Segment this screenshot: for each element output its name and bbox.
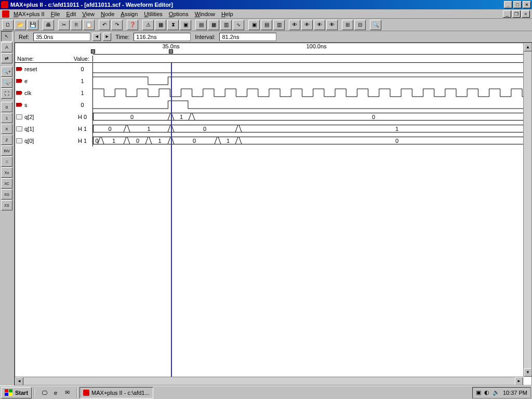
menu-window[interactable]: Window: [192, 10, 218, 18]
timing-button[interactable]: ⧗: [167, 20, 179, 30]
menu-maxplus[interactable]: MAX+plus II: [10, 10, 48, 18]
menu-utilities[interactable]: Utilities: [141, 10, 165, 18]
eye3-button[interactable]: 👁: [314, 20, 325, 30]
signal-row-e[interactable]: e 1: [15, 75, 93, 87]
ref-next-button[interactable]: ►: [103, 33, 111, 41]
waveform-q[0][interactable]: 0101010: [93, 135, 523, 147]
tool-a-button[interactable]: ▣: [248, 20, 260, 30]
waveform-q[2][interactable]: 010: [93, 111, 523, 123]
outlook-icon[interactable]: ✉: [62, 388, 72, 398]
force-1-tool[interactable]: 1: [1, 113, 12, 123]
zoom-out-tool[interactable]: 🔍-: [1, 77, 12, 88]
signal-row-reset[interactable]: reset 0: [15, 63, 93, 75]
force-z-tool[interactable]: Z: [1, 135, 12, 145]
scroll-left-button[interactable]: ◄: [15, 377, 23, 385]
show-desktop-icon[interactable]: 🖵: [39, 388, 49, 398]
menu-node[interactable]: Node: [98, 10, 117, 18]
signal-row-q[1][interactable]: q[1] H 1: [15, 123, 93, 135]
signal-row-clk[interactable]: clk 1: [15, 87, 93, 99]
mdi-minimize-button[interactable]: _: [503, 10, 511, 18]
xg-tool[interactable]: XG: [1, 189, 12, 200]
time-ruler[interactable]: 35.0ns 100.0ns 2: [93, 43, 531, 55]
select-tool[interactable]: ↖: [1, 31, 12, 42]
open-button[interactable]: 📂: [15, 20, 26, 30]
waveform-e[interactable]: [93, 75, 523, 87]
eye2-button[interactable]: 👁: [301, 20, 313, 30]
new-button[interactable]: 🗋: [2, 20, 14, 30]
compile-button[interactable]: ⚠: [142, 20, 154, 30]
zoom-fit-tool[interactable]: ⛶: [1, 88, 12, 99]
start-button[interactable]: Start: [1, 387, 32, 398]
xc-tool[interactable]: XC: [1, 178, 12, 189]
close-button[interactable]: ×: [523, 1, 531, 8]
zoom-in-tool[interactable]: 🔍+: [1, 66, 12, 77]
help-context-button[interactable]: ❓: [127, 20, 138, 30]
vscroll-track[interactable]: [524, 51, 531, 368]
xs-tool[interactable]: XS: [1, 200, 12, 210]
ref-prev-button[interactable]: ◄: [92, 33, 101, 41]
ref-input[interactable]: [33, 33, 90, 41]
cursor-handle[interactable]: [169, 49, 173, 54]
scroll-right-button[interactable]: ►: [515, 377, 523, 385]
print-button[interactable]: 🖶: [43, 20, 54, 30]
mdi-close-button[interactable]: ×: [522, 10, 530, 18]
grid2-button[interactable]: ⊟: [354, 20, 366, 30]
horizontal-scrollbar[interactable]: ◄ ►: [15, 377, 523, 385]
tray-icon-2[interactable]: ◐: [484, 389, 489, 396]
hscroll-track[interactable]: [23, 377, 515, 385]
menu-help[interactable]: Help: [218, 10, 236, 18]
signal-row-s[interactable]: s 0: [15, 99, 93, 111]
tray-volume-icon[interactable]: 🔊: [493, 389, 500, 396]
eye4-button[interactable]: 👁: [326, 20, 338, 30]
compiler-button[interactable]: ▥: [220, 20, 232, 30]
xo-tool[interactable]: Xo: [1, 167, 12, 178]
interval-input[interactable]: [219, 33, 276, 41]
hierarchy-button[interactable]: ▤: [195, 20, 207, 30]
tray-clock[interactable]: 10:37 PM: [503, 390, 527, 396]
vertical-scrollbar[interactable]: ▲ ▼: [523, 43, 531, 377]
save-button[interactable]: 💾: [27, 20, 38, 30]
force-x-tool[interactable]: X: [1, 124, 12, 134]
eye1-button[interactable]: 👁: [289, 20, 300, 30]
cut-button[interactable]: ✂: [58, 20, 70, 30]
scroll-up-button[interactable]: ▲: [524, 43, 532, 51]
menu-file[interactable]: File: [48, 10, 63, 18]
search-button[interactable]: 🔍: [370, 20, 381, 30]
paste-button[interactable]: 📋: [83, 20, 95, 30]
waveform-q[1][interactable]: 0101: [93, 123, 523, 135]
menu-assign[interactable]: Assign: [117, 10, 141, 18]
ie-icon[interactable]: e: [50, 388, 61, 398]
copy-button[interactable]: ⎘: [71, 20, 82, 30]
tool-c-button[interactable]: ▥: [273, 20, 285, 30]
origin-handle[interactable]: [91, 49, 95, 54]
clock-tool[interactable]: ⎍: [1, 156, 12, 167]
invert-tool[interactable]: INV: [1, 145, 12, 156]
text-tool[interactable]: A: [1, 42, 12, 52]
waveform-button[interactable]: ∿: [233, 20, 244, 30]
minimize-button[interactable]: _: [504, 1, 512, 8]
time-input[interactable]: [134, 33, 191, 41]
signal-row-q[0][interactable]: q[0] H 1: [15, 135, 93, 147]
floorplan-button[interactable]: ▦: [208, 20, 219, 30]
undo-button[interactable]: ↶: [99, 20, 110, 30]
tool-b-button[interactable]: ▤: [261, 20, 272, 30]
grid1-button[interactable]: ⊞: [342, 20, 353, 30]
waveform-clk[interactable]: [93, 87, 523, 99]
waveform-reset[interactable]: [93, 63, 523, 75]
mdi-restore-button[interactable]: ❐: [512, 10, 521, 18]
maximize-button[interactable]: □: [513, 1, 522, 8]
force-0-tool[interactable]: 0: [1, 102, 12, 112]
menu-options[interactable]: Options: [166, 10, 192, 18]
tray-icon-1[interactable]: ▣: [476, 389, 481, 396]
taskbar-app-button[interactable]: MAX+plus II - c:\afd1...: [79, 387, 153, 398]
waveform-s[interactable]: [93, 99, 523, 111]
redo-button[interactable]: ↷: [111, 20, 123, 30]
simulate-button[interactable]: ▦: [155, 20, 166, 30]
menu-view[interactable]: View: [79, 10, 98, 18]
menu-edit[interactable]: Edit: [63, 10, 79, 18]
reference-cursor[interactable]: [171, 63, 172, 377]
waveform-area[interactable]: 01001010101010: [93, 63, 523, 377]
program-button[interactable]: ▣: [180, 20, 191, 30]
swap-tool[interactable]: ⇄: [1, 53, 12, 63]
scroll-down-button[interactable]: ▼: [524, 368, 532, 377]
